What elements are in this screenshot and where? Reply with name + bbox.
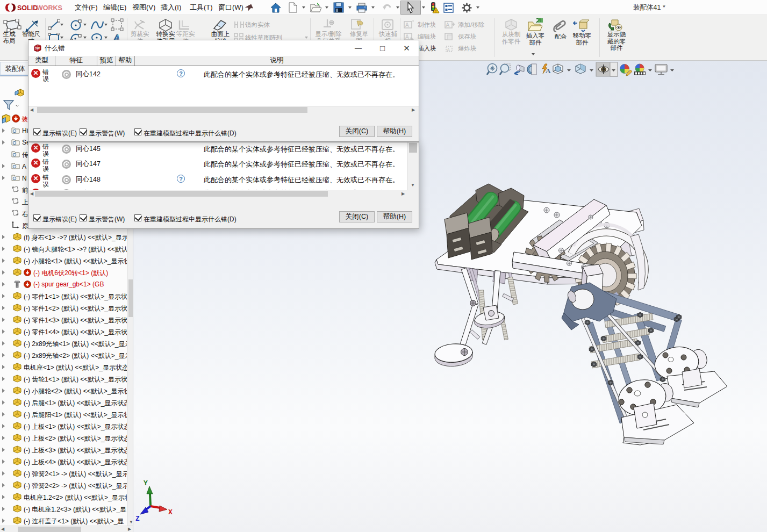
svg-text:A: A (447, 47, 450, 52)
svg-text:Z: Z (135, 515, 140, 523)
svg-text:X: X (168, 508, 173, 516)
svg-text:A: A (546, 67, 551, 75)
svg-text:SW: SW (35, 47, 40, 50)
svg-text:A: A (405, 34, 409, 40)
svg-text:A: A (446, 22, 450, 28)
svg-text:WORKS: WORKS (37, 4, 62, 12)
svg-text:!: ! (435, 9, 436, 13)
svg-text:A: A (405, 22, 409, 28)
svg-text:SOLID: SOLID (17, 4, 38, 12)
svg-text:Y: Y (144, 479, 148, 487)
